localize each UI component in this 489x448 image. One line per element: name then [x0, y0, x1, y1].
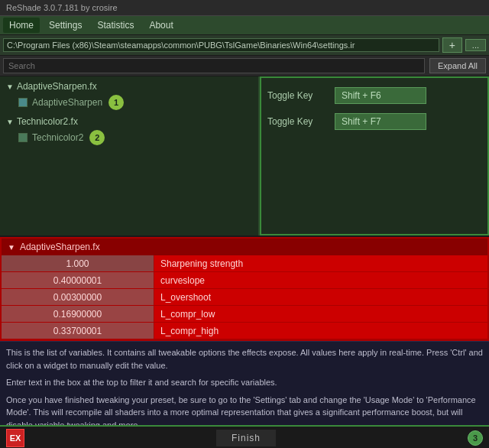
variables-panel: ▼ AdaptiveSharpen.fx 1.000 Sharpening st… [0, 237, 489, 341]
var-row-0: 1.000 Sharpening strength [2, 255, 487, 272]
var-value-0[interactable]: 1.000 [2, 255, 154, 271]
expand-all-button[interactable]: Expand All [429, 58, 486, 73]
var-row-3: 0.16900000 L_compr_low [2, 306, 487, 323]
title-text: ReShade 3.0.7.181 by crosire [6, 3, 118, 12]
var-value-3[interactable]: 0.16900000 [2, 306, 154, 322]
toggle-panel: Toggle Key Toggle Key [260, 76, 489, 235]
path-bar: + ... [0, 35, 489, 56]
logo-area: EX [6, 429, 24, 447]
help-paragraph-1: This is the list of variables. It contai… [6, 346, 483, 372]
step-circle-1: 1 [108, 95, 124, 110]
shader-color-2 [18, 133, 28, 142]
var-name-0: Sharpening strength [154, 258, 243, 269]
shader-child-name-1: AdaptiveSharpen [32, 97, 102, 108]
search-input[interactable] [3, 58, 425, 73]
search-bar: Expand All [0, 56, 489, 76]
main-content: ▼ AdaptiveSharpen.fx AdaptiveSharpen 1 ▼… [0, 76, 489, 237]
path-input[interactable] [3, 38, 439, 52]
shader-list: ▼ AdaptiveSharpen.fx AdaptiveSharpen 1 ▼… [0, 76, 260, 235]
var-row-4: 0.33700001 L_compr_high [2, 323, 487, 339]
shader-group-2: ▼ Technicolor2.fx Technicolor2 2 [3, 115, 255, 147]
menu-item-settings[interactable]: Settings [43, 18, 88, 33]
var-row-1: 0.40000001 curveslope [2, 272, 487, 289]
reshade-logo-icon: EX [6, 429, 24, 447]
menu-bar: Home Settings Statistics About [0, 16, 489, 35]
shader-group-1: ▼ AdaptiveSharpen.fx AdaptiveSharpen 1 [3, 80, 255, 112]
toggle-row-2: Toggle Key [267, 113, 481, 130]
title-bar: ReShade 3.0.7.181 by crosire [0, 0, 489, 16]
variables-title: AdaptiveSharpen.fx [20, 242, 100, 252]
shader-group-name-2: Technicolor2.fx [17, 116, 78, 127]
menu-item-about[interactable]: About [143, 18, 179, 33]
shader-color-1 [18, 98, 28, 107]
var-name-1: curveslope [154, 275, 205, 286]
arrow-icon-1: ▼ [6, 83, 14, 91]
var-name-4: L_compr_high [154, 326, 219, 336]
shader-group-name-1: AdaptiveSharpen.fx [17, 81, 97, 92]
toggle-key-input-2[interactable] [335, 113, 426, 130]
bottom-bar: EX Finish 3 [0, 425, 489, 448]
path-plus-button[interactable]: + [442, 37, 462, 53]
shader-group-header-1[interactable]: ▼ AdaptiveSharpen.fx [3, 80, 255, 93]
var-row-2: 0.00300000 L_overshoot [2, 289, 487, 306]
help-paragraph-2: Enter text in the box at the top to filt… [6, 376, 483, 389]
toggle-key-input-1[interactable] [335, 87, 426, 104]
finish-button[interactable]: Finish [216, 430, 276, 446]
menu-item-home[interactable]: Home [3, 18, 40, 33]
var-name-2: L_overshoot [154, 292, 211, 303]
var-name-3: L_compr_low [154, 309, 215, 320]
step-circle-2: 2 [89, 130, 105, 145]
toggle-row-1: Toggle Key [267, 87, 481, 104]
toggle-label-2: Toggle Key [267, 116, 329, 127]
toggle-label-1: Toggle Key [267, 90, 329, 101]
step-circle-3[interactable]: 3 [468, 430, 483, 446]
shader-child-2[interactable]: Technicolor2 2 [3, 128, 255, 147]
help-text-area: This is the list of variables. It contai… [0, 341, 489, 425]
path-dots-button[interactable]: ... [465, 39, 486, 51]
var-triangle-icon: ▼ [8, 243, 15, 252]
menu-item-statistics[interactable]: Statistics [91, 18, 140, 33]
var-value-2[interactable]: 0.00300000 [2, 289, 154, 305]
shader-group-header-2[interactable]: ▼ Technicolor2.fx [3, 115, 255, 128]
help-paragraph-3: Once you have finished tweaking your pre… [6, 394, 483, 426]
variables-header: ▼ AdaptiveSharpen.fx [2, 239, 487, 255]
var-value-4[interactable]: 0.33700001 [2, 323, 154, 339]
shader-child-name-2: Technicolor2 [32, 132, 83, 143]
arrow-icon-2: ▼ [6, 118, 14, 126]
shader-child-1[interactable]: AdaptiveSharpen 1 [3, 93, 255, 112]
var-value-1[interactable]: 0.40000001 [2, 272, 154, 288]
